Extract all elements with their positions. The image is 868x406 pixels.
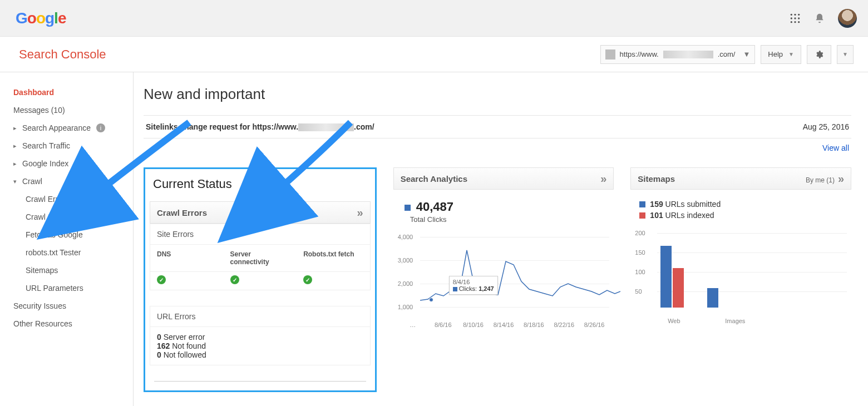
- y-tick: 1,000: [398, 304, 413, 310]
- sidebar-item-sitemaps[interactable]: Sitemaps: [10, 261, 133, 279]
- line-chart-svg: [420, 234, 620, 311]
- account-avatar[interactable]: [838, 9, 857, 28]
- check-ok-icon: [303, 275, 312, 284]
- tooltip-label: Clicks:: [459, 285, 477, 292]
- chevron-right-icon[interactable]: »: [600, 172, 606, 185]
- message-date: Aug 25, 2016: [803, 122, 849, 131]
- message-redacted: [298, 123, 354, 131]
- bars-container: [657, 230, 847, 308]
- product-name[interactable]: Search Console: [19, 47, 106, 62]
- sidebar-item-search-appearance[interactable]: Search Appearancei: [10, 119, 133, 137]
- notifications-icon[interactable]: [813, 12, 826, 24]
- divider: [154, 381, 366, 382]
- svg-point-1: [794, 13, 796, 15]
- url-error-count: 162: [157, 341, 170, 350]
- site-errors-section: Site Errors DNS Server connectivity Robo…: [150, 224, 371, 290]
- current-status-title: Current Status: [153, 177, 367, 191]
- tooltip-date: 8/4/16: [453, 279, 494, 285]
- site-url-suffix: .com/: [718, 50, 736, 58]
- sidebar-item-dashboard[interactable]: Dashboard: [10, 83, 133, 101]
- bar-web-indexed: [673, 268, 684, 308]
- toolbar-right: https://www. .com/ ▼ Help ▼ ▼: [600, 45, 854, 64]
- info-icon[interactable]: i: [96, 123, 105, 132]
- svg-point-0: [791, 13, 792, 15]
- google-logo[interactable]: Google: [16, 9, 66, 27]
- bar-images-submitted: [707, 288, 718, 308]
- sidebar-label: Security Issues: [13, 301, 66, 310]
- caret-down-icon: ▼: [743, 50, 750, 58]
- view-all-row: View all: [144, 138, 851, 157]
- message-text: Sitelinks change request for https://www…: [146, 122, 374, 131]
- crawl-errors-header[interactable]: Crawl Errors »: [150, 201, 371, 224]
- y-tick: 3,000: [398, 257, 413, 264]
- total-clicks-value: 40,487: [416, 200, 453, 214]
- sidebar-item-google-index[interactable]: Google Index: [10, 155, 133, 172]
- apps-icon[interactable]: [789, 12, 801, 24]
- sidebar-item-crawl-stats[interactable]: Crawl Stats: [10, 208, 133, 226]
- sidebar: Dashboard Messages (10) Search Appearanc…: [0, 72, 134, 406]
- check-ok-icon: [230, 275, 239, 284]
- sidebar-item-other-resources[interactable]: Other Resources: [10, 315, 133, 333]
- search-analytics-card: Search Analytics » 40,487 Total Clicks 4…: [393, 167, 614, 392]
- clicks-line-chart[interactable]: 4,000 3,000 2,000 1,000 8/4/16 Clicks: 1…: [398, 234, 610, 328]
- y-tick: 150: [635, 249, 645, 256]
- chevron-right-icon[interactable]: »: [357, 206, 363, 219]
- chevron-right-icon[interactable]: »: [838, 172, 844, 185]
- sidebar-item-robots-tester[interactable]: robots.txt Tester: [10, 244, 133, 261]
- url-error-row: 162 Not found: [157, 341, 363, 350]
- site-picker[interactable]: https://www. .com/ ▼: [600, 45, 756, 64]
- sidebar-item-messages[interactable]: Messages (10): [10, 101, 133, 119]
- svg-point-3: [791, 17, 792, 19]
- url-error-row: 0 Server error: [157, 333, 363, 341]
- sidebar-item-fetch-as-google[interactable]: Fetch as Google: [10, 226, 133, 244]
- search-analytics-header[interactable]: Search Analytics »: [393, 167, 614, 190]
- view-all-link[interactable]: View all: [822, 143, 849, 152]
- crawl-errors-card: Current Status Crawl Errors » Site Error…: [144, 167, 377, 392]
- svg-point-7: [794, 21, 796, 23]
- y-tick: 200: [635, 230, 645, 236]
- sidebar-item-search-traffic[interactable]: Search Traffic: [10, 137, 133, 155]
- sidebar-item-url-parameters[interactable]: URL Parameters: [10, 279, 133, 297]
- tooltip-value: 1,247: [479, 285, 494, 292]
- svg-point-6: [791, 21, 792, 23]
- x-tick: 8/26/16: [579, 321, 609, 328]
- sitemaps-title: Sitemaps: [638, 174, 675, 184]
- x-tick: 8/6/16: [428, 321, 458, 328]
- x-tick: Images: [718, 318, 752, 324]
- message-row[interactable]: Sitelinks change request for https://www…: [144, 115, 851, 138]
- help-button[interactable]: Help ▼: [761, 45, 801, 64]
- bar-web-submitted: [660, 246, 672, 308]
- settings-button[interactable]: [807, 45, 831, 64]
- sidebar-item-crawl[interactable]: Crawl: [10, 172, 133, 190]
- sitemaps-header-right: By me (1)»: [806, 172, 844, 185]
- url-errors-body: 0 Server error 162 Not found 0 Not follo…: [150, 326, 370, 365]
- url-errors-label: URL Errors: [150, 306, 370, 326]
- page-title: New and important: [144, 86, 851, 103]
- search-analytics-body: 40,487 Total Clicks 4,000 3,000 2,000 1,…: [393, 190, 614, 328]
- svg-point-5: [798, 17, 800, 19]
- product-toolbar: Search Console https://www. .com/ ▼ Help…: [0, 37, 868, 72]
- main-content: New and important Sitelinks change reque…: [134, 72, 868, 406]
- url-error-label: Server error: [164, 333, 205, 341]
- sidebar-label: Sitemaps: [26, 266, 58, 275]
- total-clicks-label: Total Clicks: [410, 215, 610, 224]
- message-prefix: Sitelinks change request for https://www…: [146, 122, 298, 131]
- sitemaps-legend: 159 URLs submitted 101 URLs indexed: [639, 200, 847, 220]
- y-tick: 100: [635, 269, 645, 275]
- site-errors-status: [150, 271, 370, 290]
- settings-more-button[interactable]: ▼: [837, 45, 854, 64]
- legend-indexed: 101 URLs indexed: [639, 211, 847, 220]
- sitemaps-header[interactable]: Sitemaps By me (1)»: [630, 167, 851, 190]
- site-url-prefix: https://www.: [620, 50, 659, 58]
- robots-fetch-label: Robots.txt fetch: [297, 245, 370, 271]
- sitemaps-bar-chart[interactable]: 200 150 100 50 Web Ima: [635, 230, 847, 324]
- site-errors-label: Site Errors: [150, 224, 370, 244]
- server-connectivity-label: Server connectivity: [224, 245, 297, 271]
- help-label: Help: [768, 50, 783, 58]
- sidebar-item-crawl-errors[interactable]: Crawl Errors: [10, 190, 133, 208]
- sidebar-label: Other Resources: [13, 319, 72, 328]
- sidebar-label: Search Traffic: [22, 141, 70, 150]
- sidebar-item-security-issues[interactable]: Security Issues: [10, 297, 133, 315]
- sidebar-label: Crawl Stats: [26, 212, 66, 221]
- sitemaps-byme: By me (1): [806, 176, 835, 184]
